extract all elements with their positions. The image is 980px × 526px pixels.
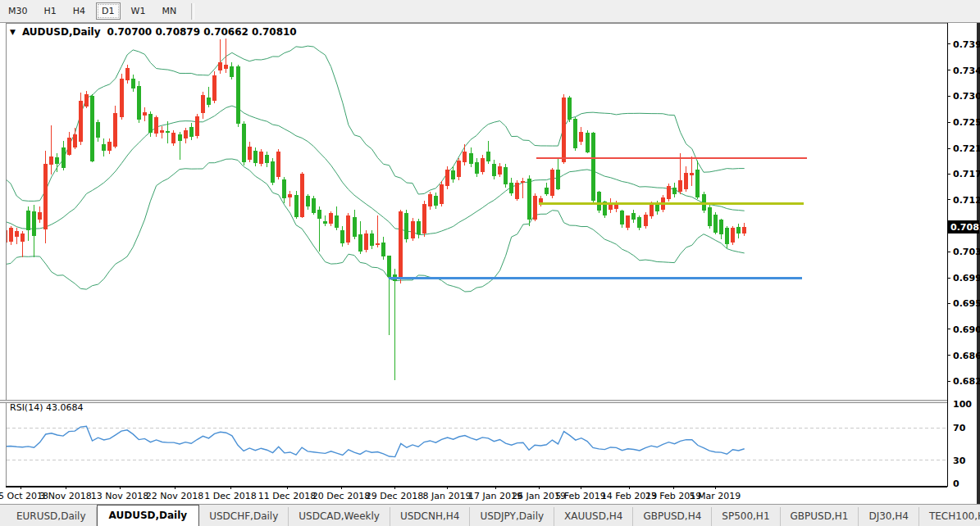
rsi-pane[interactable]: 10070300RSI(14) 43.0684 — [5, 399, 972, 489]
candle-body — [713, 215, 718, 233]
candle-body — [340, 230, 344, 244]
symbol-tab-gbpusd-h1[interactable]: GBPUSD,H1 — [781, 507, 859, 526]
symbol-tab-eurusd-daily[interactable]: EURUSD,Daily — [7, 507, 97, 526]
symbol-tab-tech100-h1[interactable]: TECH100,H1 — [919, 507, 980, 526]
candle-body — [550, 170, 554, 196]
candle-body — [137, 86, 141, 120]
candle-body — [154, 117, 158, 133]
candle-body — [690, 173, 694, 175]
candle-body — [259, 152, 263, 163]
candle-body — [556, 170, 560, 189]
candle-body — [166, 131, 170, 133]
candle-body — [486, 152, 490, 161]
time-axis: 25 Oct 20183 Nov 201813 Nov 201822 Nov 2… — [0, 487, 741, 501]
timeframe-button-mn[interactable]: MN — [156, 2, 182, 20]
symbol-tab-usdchf-daily[interactable]: USDCHF,Daily — [199, 507, 289, 526]
candle-body — [527, 179, 531, 220]
candle-body — [515, 183, 519, 199]
candle-body — [492, 164, 496, 175]
candle-body — [469, 153, 473, 165]
timeframe-button-m30[interactable]: M30 — [2, 2, 34, 20]
price-chart-canvas[interactable]: 0.739000.734600.730200.725800.721400.717… — [0, 0, 980, 526]
symbol-tab-dj30-h4[interactable]: DJ30,H4 — [859, 507, 919, 526]
candle-body — [143, 112, 147, 116]
chart-dropdown-icon[interactable]: ▼ — [10, 28, 16, 36]
timeframe-button-h1[interactable]: H1 — [39, 2, 62, 20]
candle-body — [26, 211, 30, 231]
candle-body — [702, 194, 706, 211]
price-tick-label: 0.71710 — [953, 169, 980, 179]
symbol-tab-gbpusd-h4[interactable]: GBPUSD,H4 — [633, 507, 712, 526]
candle-body — [498, 166, 502, 175]
candle-body — [667, 186, 671, 199]
candle-body — [440, 184, 444, 204]
timeframe-button-h4[interactable]: H4 — [67, 2, 91, 20]
symbol-tab-usdjpy-daily[interactable]: USDJPY,Daily — [470, 507, 554, 526]
rsi-line — [5, 426, 745, 456]
price-tick-label: 0.68640 — [953, 351, 980, 361]
candle-body — [248, 147, 252, 160]
candle-body — [650, 204, 654, 216]
symbol-tab-sp500-h1[interactable]: SP500,H1 — [712, 507, 780, 526]
candle-body — [626, 215, 630, 227]
candle-body — [708, 207, 712, 225]
candles-layer[interactable] — [3, 39, 747, 380]
candle-body — [120, 79, 124, 118]
candle-body — [15, 231, 19, 237]
candle-body — [725, 228, 729, 243]
candle-body — [282, 179, 286, 199]
price-tick-label: 0.73460 — [953, 66, 980, 76]
candle-body — [404, 213, 408, 239]
timeframe-button-w1[interactable]: W1 — [125, 2, 152, 20]
candle-body — [178, 134, 182, 142]
candle-body — [230, 66, 234, 77]
symbol-tab-audusd-daily[interactable]: AUDUSD,Daily — [97, 505, 200, 526]
candle-body — [189, 127, 194, 137]
candle-body — [463, 152, 467, 162]
symbol-tab-xauusd-h4[interactable]: XAUUSD,H4 — [554, 507, 633, 526]
candle-body — [399, 211, 403, 279]
symbol-tab-usdcnh-h4[interactable]: USDCNH,H4 — [390, 507, 471, 526]
chart-title: ▼ AUDUSD,Daily 0.70700 0.70879 0.70662 0… — [10, 26, 297, 38]
timeframe-button-d1[interactable]: D1 — [96, 2, 120, 20]
candle-body — [428, 194, 432, 206]
price-tick-label: 0.70390 — [953, 247, 980, 257]
candle-body — [55, 157, 59, 165]
candle-body — [695, 170, 700, 197]
toolbar-separator — [191, 3, 194, 20]
candle-body — [38, 212, 42, 220]
candle-body — [67, 138, 71, 155]
price-axis: 0.739000.734600.730200.725800.721400.717… — [947, 39, 980, 387]
date-tick-label: 8 Jan 2019 — [423, 491, 472, 501]
candle-body — [573, 119, 577, 148]
rsi-axis-label: 30 — [953, 456, 966, 466]
candle-body — [597, 192, 601, 211]
candle-body — [346, 215, 350, 242]
symbol-tab-usdcad-weekly[interactable]: USDCAD,Weekly — [289, 507, 390, 526]
candle-body — [288, 194, 292, 197]
candle-body — [195, 116, 199, 136]
candle-body — [207, 97, 211, 105]
candle-body — [113, 113, 117, 146]
candle-body — [353, 217, 357, 237]
date-tick-label: 5 Feb 2019 — [555, 491, 605, 501]
candle-body — [271, 161, 275, 183]
rsi-axis-label: 0 — [953, 478, 959, 489]
price-tick-label: 0.73900 — [953, 39, 980, 50]
rsi-axis-label: 100 — [953, 399, 972, 410]
price-tick-label: 0.69080 — [953, 324, 980, 335]
candle-body — [545, 188, 549, 193]
rsi-axis-label: 70 — [953, 423, 966, 433]
price-tick-label: 0.72140 — [953, 143, 980, 154]
candle-body — [90, 96, 94, 161]
candle-body — [567, 97, 572, 120]
candle-body — [387, 256, 391, 277]
candle-body — [102, 144, 106, 151]
candle-body — [3, 230, 7, 243]
candle-body — [457, 161, 461, 177]
candle-body — [131, 79, 135, 88]
candle-body — [148, 114, 153, 133]
candle-body — [107, 142, 112, 151]
bollinger-bands — [5, 46, 745, 292]
candle-body — [276, 152, 280, 178]
